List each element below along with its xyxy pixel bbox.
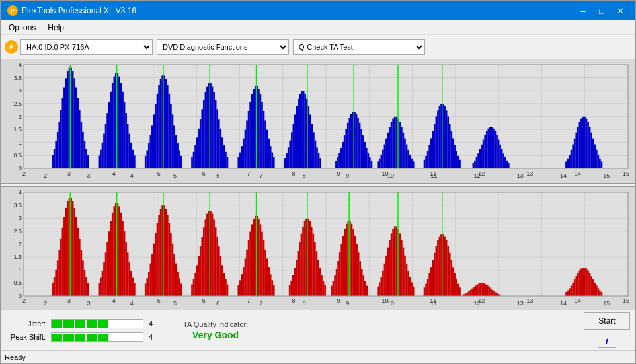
x-label-3-bot: 3 — [67, 297, 71, 304]
ps-seg-6 — [109, 334, 119, 342]
ps-seg-5 — [98, 334, 108, 342]
jitter-seg-1 — [52, 320, 62, 328]
x-label-7-top: 7 — [247, 170, 251, 177]
jitter-seg-7 — [121, 320, 131, 328]
drive-dropdown[interactable]: HA:0 ID:0 PX-716A — [20, 39, 153, 55]
test-dropdown[interactable]: Q-Check TA Test — [293, 39, 425, 55]
menu-bar: Options Help — [1, 20, 635, 35]
x-label-2-bot: 2 — [22, 297, 26, 304]
ta-quality-label: TA Quality Indicator: — [183, 320, 248, 328]
metric-row: Jitter: 4 Peak Shift: — [6, 319, 159, 342]
ta-quality-value: Very Good — [192, 330, 239, 340]
charts-area: 4 3.5 3 2.5 2 1.5 1 0.5 0 2 3 4 5 6 7 8 … — [1, 59, 635, 310]
jitter-seg-8 — [132, 320, 142, 328]
ps-seg-1 — [52, 334, 62, 342]
title-bar-controls: – □ ✕ — [575, 4, 629, 17]
menu-help[interactable]: Help — [42, 22, 69, 34]
ps-seg-7 — [121, 334, 131, 342]
jitter-label: Jitter: — [6, 320, 46, 328]
x-label-4-bot: 4 — [112, 297, 116, 304]
x-label-9-bot: 9 — [337, 297, 340, 304]
minimize-button[interactable]: – — [575, 4, 592, 17]
jitter-seg-6 — [109, 320, 119, 328]
x-label-13-top: 13 — [526, 170, 533, 177]
start-button[interactable]: Start — [584, 312, 630, 330]
x-label-3-top: 3 — [67, 170, 71, 177]
jitter-seg-2 — [63, 320, 73, 328]
ps-seg-8 — [132, 334, 142, 342]
x-label-8-bot: 8 — [292, 297, 296, 304]
drive-icon: P — [5, 40, 18, 54]
x-label-9-top: 9 — [337, 170, 340, 177]
jitter-progress-bar — [51, 319, 143, 328]
info-button[interactable]: i — [598, 334, 616, 348]
x-label-12-top: 12 — [478, 170, 485, 177]
jitter-seg-4 — [87, 320, 97, 328]
x-label-15-bot: 15 — [623, 297, 629, 304]
x-label-4-top: 4 — [112, 170, 116, 177]
peakshift-label: Peak Shift: — [6, 333, 46, 341]
bottom-chart: 4 3.5 3 2.5 2 1.5 1 0.5 0 2 3 4 5 6 7 8 … — [1, 186, 635, 311]
x-label-11-bot: 11 — [430, 297, 436, 304]
x-label-8-top: 8 — [292, 170, 296, 177]
jitter-value: 4 — [149, 320, 159, 328]
peakshift-progress-bar — [51, 332, 143, 342]
start-btn-area: Start i — [584, 312, 630, 348]
close-button[interactable]: ✕ — [612, 4, 629, 17]
x-label-7-bot: 7 — [247, 297, 251, 304]
window-title: PlexTools Professional XL V3.16 — [22, 6, 136, 15]
ps-seg-2 — [63, 334, 73, 342]
jitter-metric: Jitter: 4 — [6, 319, 159, 328]
jitter-seg-3 — [75, 320, 85, 328]
bottom-chart-x-axis: 2 3 4 5 6 7 8 9 10 11 12 13 14 15 — [22, 294, 629, 307]
bottom-chart-canvas — [1, 187, 635, 310]
x-label-14-top: 14 — [575, 170, 581, 177]
x-label-6-top: 6 — [202, 170, 206, 177]
x-label-10-bot: 10 — [381, 297, 388, 304]
status-text: Ready — [5, 353, 26, 361]
top-chart: 4 3.5 3 2.5 2 1.5 1 0.5 0 2 3 4 5 6 7 8 … — [1, 59, 635, 184]
ta-quality-indicator: TA Quality Indicator: Very Good — [183, 320, 248, 340]
x-label-15-top: 15 — [623, 170, 629, 177]
maximize-button[interactable]: □ — [593, 4, 610, 17]
x-label-6-bot: 6 — [202, 297, 206, 304]
drive-select-container: P HA:0 ID:0 PX-716A — [5, 39, 153, 55]
bottom-panel: Jitter: 4 Peak Shift: — [1, 310, 635, 350]
toolbar: P HA:0 ID:0 PX-716A DVD Diagnostic Funct… — [1, 35, 635, 59]
jitter-seg-5 — [98, 320, 108, 328]
status-bar: Ready — [1, 350, 635, 363]
x-label-2-top: 2 — [22, 170, 26, 177]
x-label-11-top: 11 — [430, 170, 436, 177]
peakshift-metric: Peak Shift: 4 — [6, 332, 159, 342]
function-dropdown[interactable]: DVD Diagnostic Functions — [157, 39, 289, 55]
x-label-5-bot: 5 — [157, 297, 161, 304]
peakshift-value: 4 — [149, 333, 159, 341]
x-label-12-bot: 12 — [478, 297, 485, 304]
x-label-10-top: 10 — [381, 170, 388, 177]
main-window: P PlexTools Professional XL V3.16 – □ ✕ … — [0, 0, 636, 364]
app-icon: P — [7, 5, 18, 16]
title-bar-left: P PlexTools Professional XL V3.16 — [7, 5, 136, 16]
menu-options[interactable]: Options — [3, 22, 41, 34]
top-chart-canvas — [1, 59, 635, 183]
ps-seg-3 — [75, 334, 85, 342]
x-label-13-bot: 13 — [526, 297, 533, 304]
x-label-5-top: 5 — [157, 170, 161, 177]
x-label-14-bot: 14 — [575, 297, 581, 304]
top-chart-x-axis: 2 3 4 5 6 7 8 9 10 11 12 13 14 15 — [22, 167, 629, 180]
title-bar: P PlexTools Professional XL V3.16 – □ ✕ — [1, 1, 635, 20]
ps-seg-4 — [87, 334, 97, 342]
